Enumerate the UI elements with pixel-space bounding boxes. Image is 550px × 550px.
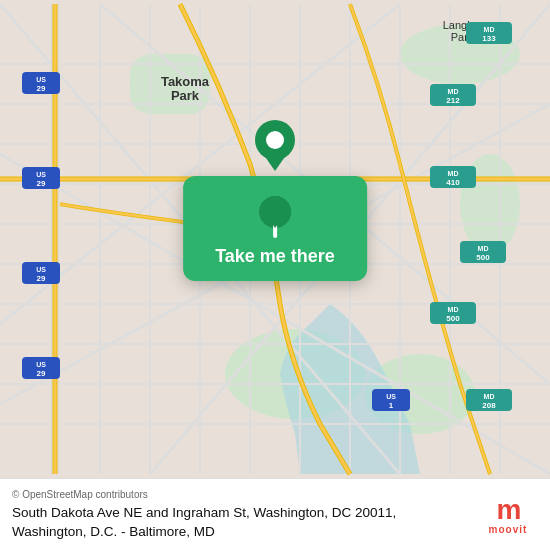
svg-text:212: 212 (446, 96, 460, 105)
cta-button-container: Take me there (183, 176, 367, 281)
svg-text:500: 500 (446, 314, 460, 323)
svg-text:MD: MD (448, 170, 459, 177)
svg-text:MD: MD (448, 306, 459, 313)
svg-text:29: 29 (37, 274, 46, 283)
svg-text:133: 133 (482, 34, 496, 43)
svg-text:29: 29 (37, 84, 46, 93)
svg-text:US: US (36, 266, 46, 273)
moovit-logo-text: moovit (489, 524, 528, 535)
svg-text:208: 208 (482, 401, 496, 410)
moovit-logo: m moovit (478, 496, 538, 535)
location-text: South Dakota Ave NE and Ingraham St, Was… (12, 504, 432, 542)
svg-text:US: US (36, 76, 46, 83)
svg-text:1: 1 (389, 401, 394, 410)
svg-text:MD: MD (448, 88, 459, 95)
bottom-left: © OpenStreetMap contributors South Dakot… (12, 489, 432, 542)
app: Takoma Park Langley Park US 29 US 29 US … (0, 0, 550, 550)
map-area: Takoma Park Langley Park US 29 US 29 US … (0, 0, 550, 478)
svg-text:US: US (386, 393, 396, 400)
svg-text:29: 29 (37, 369, 46, 378)
svg-text:MD: MD (484, 393, 495, 400)
moovit-logo-letter: m (497, 496, 520, 524)
svg-text:US: US (36, 171, 46, 178)
location-pin-icon (257, 194, 293, 238)
osm-attribution: © OpenStreetMap contributors (12, 489, 432, 500)
svg-text:29: 29 (37, 179, 46, 188)
svg-text:MD: MD (478, 245, 489, 252)
svg-text:Park: Park (171, 88, 200, 103)
svg-text:500: 500 (476, 253, 490, 262)
cta-button-label: Take me there (215, 246, 335, 267)
svg-text:Takoma: Takoma (161, 74, 210, 89)
svg-text:US: US (36, 361, 46, 368)
svg-text:410: 410 (446, 178, 460, 187)
bottom-bar: © OpenStreetMap contributors South Dakot… (0, 478, 550, 550)
take-me-there-button[interactable]: Take me there (183, 176, 367, 281)
svg-text:MD: MD (484, 26, 495, 33)
